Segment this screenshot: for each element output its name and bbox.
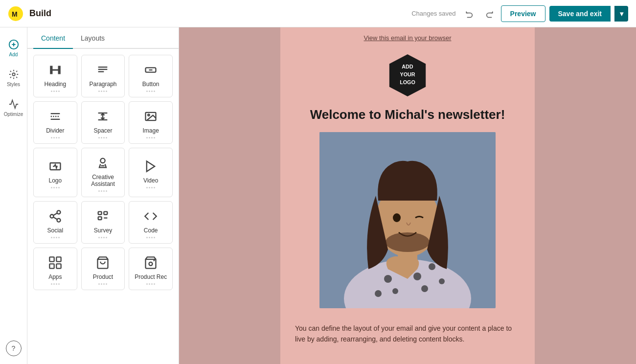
block-logo-dots <box>51 187 60 188</box>
block-image[interactable]: Image <box>129 101 173 144</box>
content-panel: Content Layouts Heading <box>27 27 179 364</box>
block-paragraph-label: Paragraph <box>89 81 116 88</box>
block-divider[interactable]: Divider <box>33 101 77 144</box>
svg-rect-29 <box>104 212 108 215</box>
block-paragraph[interactable]: Paragraph <box>81 55 125 97</box>
block-product-dots <box>98 283 107 285</box>
block-spacer-label: Spacer <box>93 127 112 134</box>
block-logo[interactable]: Logo <box>33 148 77 197</box>
block-apps[interactable]: Apps <box>33 248 77 290</box>
email-image-area <box>280 132 535 318</box>
block-image-dots <box>146 137 155 138</box>
svg-rect-34 <box>49 264 54 268</box>
creative-assistant-icon <box>95 155 111 171</box>
svg-text:LOGO: LOGO <box>400 79 415 85</box>
save-dropdown-button[interactable]: ▾ <box>614 6 628 22</box>
block-survey[interactable]: Survey <box>81 201 125 244</box>
apps-icon <box>47 255 63 271</box>
svg-line-27 <box>53 213 57 216</box>
svg-point-24 <box>50 215 53 218</box>
email-container: View this email in your browser ADD YOUR… <box>280 27 535 364</box>
block-video[interactable]: Video <box>129 148 173 197</box>
sidebar-item-styles[interactable]: Styles <box>2 65 25 91</box>
block-divider-label: Divider <box>46 127 64 134</box>
block-button[interactable]: Button <box>129 55 173 97</box>
logo-icon <box>47 159 63 174</box>
view-email-browser-link[interactable]: View this email in your browser <box>280 27 535 48</box>
svg-rect-32 <box>49 257 54 261</box>
sidebar-item-add[interactable]: Add <box>2 35 25 61</box>
tab-layouts[interactable]: Layouts <box>73 27 113 49</box>
block-divider-dots <box>51 137 60 138</box>
block-video-label: Video <box>143 177 158 184</box>
email-preview: View this email in your browser ADD YOUR… <box>179 27 636 364</box>
block-apps-dots <box>51 283 60 285</box>
divider-icon <box>47 109 63 124</box>
block-button-dots <box>146 91 155 92</box>
block-creative-assistant-dots <box>98 190 107 192</box>
email-headline: Welcome to Michal's newsletter! <box>280 107 535 132</box>
sidebar-styles-label: Styles <box>7 82 20 87</box>
undo-button[interactable] <box>462 6 477 22</box>
social-icon <box>47 208 63 224</box>
svg-point-51 <box>421 285 428 292</box>
paragraph-icon <box>95 62 111 78</box>
svg-point-50 <box>392 288 398 294</box>
block-heading-label: Heading <box>44 81 66 88</box>
svg-rect-30 <box>98 217 102 220</box>
svg-point-56 <box>393 213 401 222</box>
svg-text:YOUR: YOUR <box>400 71 415 77</box>
app-header: M Build Changes saved Preview Save and e… <box>0 0 636 27</box>
block-creative-assistant[interactable]: Creative Assistant <box>81 148 125 197</box>
help-button[interactable]: ? <box>6 341 22 356</box>
redo-button[interactable] <box>481 6 497 22</box>
sidebar-optimize-label: Optimize <box>4 112 23 117</box>
save-status: Changes saved <box>411 10 455 17</box>
svg-point-53 <box>375 290 382 297</box>
save-button[interactable]: Save and exit <box>549 6 611 22</box>
sidebar-item-optimize[interactable]: Optimize <box>2 95 25 121</box>
preview-button[interactable]: Preview <box>501 5 545 22</box>
video-icon <box>143 159 159 174</box>
svg-rect-33 <box>56 257 61 261</box>
block-product-rec-dots <box>146 283 155 285</box>
tab-content[interactable]: Content <box>33 27 73 49</box>
email-logo-area: ADD YOUR LOGO <box>280 48 535 107</box>
block-product-rec-label: Product Rec <box>135 273 167 280</box>
product-icon <box>95 255 111 271</box>
panel-tabs: Content Layouts <box>27 27 179 49</box>
sidebar-nav: Add Styles Optimize ? <box>0 27 27 364</box>
block-product[interactable]: Product <box>81 248 125 290</box>
block-heading-dots <box>51 91 60 92</box>
svg-point-48 <box>413 273 421 280</box>
svg-rect-28 <box>98 212 102 215</box>
code-icon <box>143 208 159 224</box>
svg-rect-35 <box>56 264 61 268</box>
svg-point-25 <box>57 219 60 222</box>
block-video-dots <box>146 187 155 188</box>
block-heading[interactable]: Heading <box>33 55 77 97</box>
email-body-text: You can define the layout of your email … <box>280 318 535 360</box>
block-survey-dots <box>98 237 107 238</box>
block-spacer-dots <box>98 137 107 138</box>
button-icon <box>143 62 159 78</box>
block-code[interactable]: Code <box>129 201 173 244</box>
block-image-label: Image <box>142 127 159 134</box>
block-creative-assistant-label: Creative Assistant <box>86 174 121 187</box>
svg-point-57 <box>386 232 430 252</box>
block-code-dots <box>146 237 155 238</box>
svg-point-38 <box>149 262 153 266</box>
email-photo <box>319 132 496 308</box>
block-logo-label: Logo <box>48 177 62 184</box>
svg-marker-22 <box>147 161 155 172</box>
block-apps-label: Apps <box>48 273 62 280</box>
block-button-label: Button <box>142 81 159 88</box>
block-social-dots <box>51 237 60 238</box>
svg-line-39 <box>154 260 155 261</box>
block-spacer[interactable]: Spacer <box>81 101 125 144</box>
svg-point-46 <box>384 275 392 283</box>
block-social[interactable]: Social <box>33 201 77 244</box>
app-title: Build <box>29 8 406 19</box>
block-survey-label: Survey <box>94 227 112 234</box>
block-product-rec[interactable]: Product Rec <box>129 248 173 290</box>
